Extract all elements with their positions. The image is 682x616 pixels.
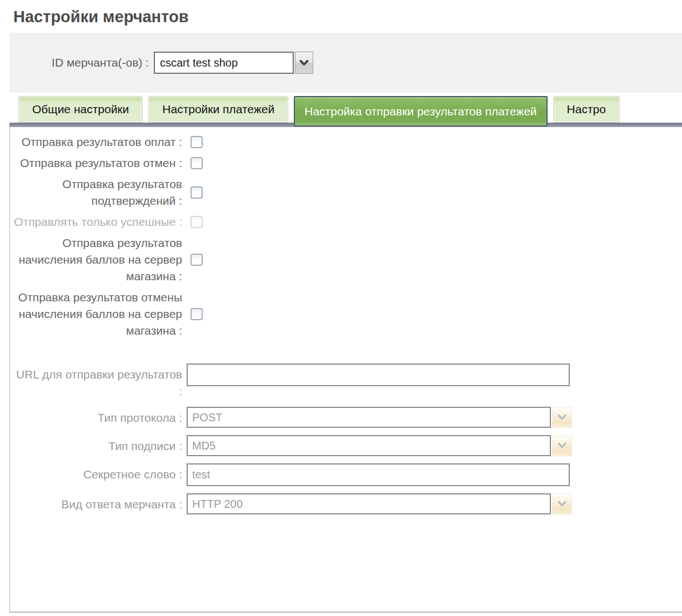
points-accrual-checkbox[interactable]: [190, 254, 203, 266]
checkbox-row-payment-results: Отправка результатов оплат :: [10, 134, 682, 150]
checkbox-row-only-successful: Отправлять только успешные :: [10, 214, 682, 230]
form-row-signature: Тип подписи : MD5: [10, 435, 682, 456]
points-cancel-checkbox[interactable]: [190, 308, 203, 320]
response-type-select[interactable]: HTTP 200: [187, 493, 572, 514]
protocol-label: Тип протокола :: [10, 407, 182, 426]
merchant-selector-panel: ID мерчанта(-ов) : cscart test shop: [9, 33, 682, 93]
checkbox-label: Отправка результатов начисления баллов н…: [10, 235, 182, 285]
result-sending-form: URL для отправки результатов : Тип прото…: [10, 363, 682, 514]
form-row-secret-word: Секретное слово :: [10, 463, 682, 486]
page-title: Настройки мерчантов: [13, 8, 682, 26]
checkbox-row-points-cancel: Отправка результатов отмены начисления б…: [10, 289, 682, 339]
checkbox-label: Отправка результатов отмен :: [10, 155, 182, 171]
only-successful-checkbox-disabled: [190, 216, 203, 228]
signature-select[interactable]: MD5: [187, 435, 572, 456]
merchant-id-label: ID мерчанта(-ов) :: [9, 56, 154, 69]
checkbox-row-cancel-results: Отправка результатов отмен :: [10, 155, 682, 171]
response-type-select-value: HTTP 200: [187, 493, 551, 514]
chevron-down-icon[interactable]: [552, 407, 572, 428]
chevron-down-icon[interactable]: [295, 52, 313, 74]
tab-bar: Общие настройки Настройки платежей Настр…: [18, 94, 682, 123]
form-row-protocol: Тип протокола : POST: [10, 407, 682, 428]
secret-word-label: Секретное слово :: [10, 463, 182, 483]
tab-payment-results-sending[interactable]: Настройка отправки результатов платежей: [294, 96, 547, 127]
protocol-select[interactable]: POST: [187, 407, 572, 428]
signature-label: Тип подписи :: [10, 435, 182, 455]
chevron-down-icon[interactable]: [552, 493, 572, 514]
url-label: URL для отправки результатов :: [10, 363, 182, 400]
tab-content-panel: Отправка результатов оплат : Отправка ре…: [9, 127, 682, 613]
checkbox-row-points-accrual: Отправка результатов начисления баллов н…: [10, 235, 682, 285]
secret-word-input[interactable]: [187, 463, 570, 486]
protocol-select-value: POST: [187, 407, 551, 428]
form-row-response-type: Вид ответа мерчанта : HTTP 200: [10, 493, 682, 514]
confirmation-results-checkbox[interactable]: [190, 186, 203, 199]
merchant-id-select[interactable]: cscart test shop: [154, 52, 313, 74]
checkbox-label: Отправлять только успешные :: [10, 214, 182, 230]
tab-payment-settings[interactable]: Настройки платежей: [148, 96, 288, 123]
checkbox-row-confirmation-results: Отправка результатов подтверждений :: [10, 176, 682, 209]
tab-general-settings[interactable]: Общие настройки: [18, 96, 143, 123]
result-url-input[interactable]: [187, 363, 570, 386]
payment-results-checkbox[interactable]: [190, 136, 203, 148]
tab-clipped[interactable]: Настро: [553, 96, 620, 123]
checkbox-label: Отправка результатов подтверждений :: [10, 176, 182, 209]
cancel-results-checkbox[interactable]: [190, 157, 203, 169]
chevron-down-icon[interactable]: [552, 435, 572, 456]
form-row-url: URL для отправки результатов :: [10, 363, 682, 400]
response-type-label: Вид ответа мерчанта :: [10, 493, 182, 513]
checkbox-label: Отправка результатов оплат :: [10, 134, 182, 150]
checkbox-label: Отправка результатов отмены начисления б…: [10, 289, 182, 339]
merchant-id-select-value: cscart test shop: [154, 52, 294, 74]
signature-select-value: MD5: [187, 435, 551, 456]
